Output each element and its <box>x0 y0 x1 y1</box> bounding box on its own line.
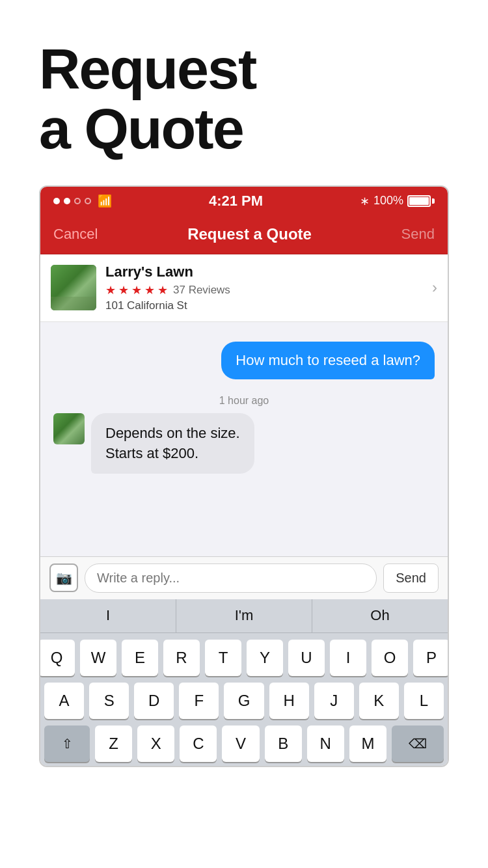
camera-button[interactable]: 📷 <box>49 563 78 592</box>
key-g[interactable]: G <box>224 683 264 719</box>
key-n[interactable]: N <box>307 726 344 762</box>
backspace-key[interactable]: ⌫ <box>392 726 444 762</box>
message-timestamp: 1 hour ago <box>53 395 435 407</box>
key-q[interactable]: Q <box>39 640 75 676</box>
star-1: ★ <box>105 283 116 297</box>
key-i[interactable]: I <box>330 640 366 676</box>
business-info: Larry's Lawn ★ ★ ★ ★ ★ 37 Reviews 101 Ca… <box>105 264 427 312</box>
bluetooth-icon: ∗ <box>360 194 370 208</box>
key-a[interactable]: A <box>44 683 84 719</box>
business-row[interactable]: Larry's Lawn ★ ★ ★ ★ ★ 37 Reviews 101 Ca… <box>40 254 448 322</box>
battery-percent: 100% <box>373 194 403 208</box>
reviews-count: 37 Reviews <box>173 284 230 297</box>
status-left: 📶 <box>53 194 112 208</box>
key-l[interactable]: L <box>404 683 444 719</box>
camera-icon: 📷 <box>56 570 72 586</box>
sent-message: How much to reseed a lawn? <box>53 342 435 379</box>
chat-area: How much to reseed a lawn? 1 hour ago De… <box>40 322 448 556</box>
status-bar: 📶 4:21 PM ∗ 100% <box>40 187 448 215</box>
key-m[interactable]: M <box>349 726 386 762</box>
key-b[interactable]: B <box>265 726 302 762</box>
star-3: ★ <box>131 283 142 297</box>
keyboard: I I'm Oh Q W E R T Y U I O P A S <box>40 599 448 766</box>
key-z[interactable]: Z <box>95 726 132 762</box>
phone-frame: 📶 4:21 PM ∗ 100% Cancel Request a Quote … <box>39 185 449 767</box>
battery-body <box>407 195 431 207</box>
battery-fill <box>409 197 429 205</box>
key-t[interactable]: T <box>205 640 241 676</box>
signal-dot-1 <box>53 198 60 204</box>
business-thumbnail <box>51 265 96 310</box>
key-s[interactable]: S <box>89 683 129 719</box>
key-k[interactable]: K <box>359 683 399 719</box>
status-right: ∗ 100% <box>360 194 435 208</box>
star-4: ★ <box>144 283 155 297</box>
signal-dot-2 <box>64 198 70 204</box>
keys-area: Q W E R T Y U I O P A S D F G H J K <box>40 633 448 766</box>
hero-title: Request a Quote <box>39 39 449 159</box>
key-x[interactable]: X <box>137 726 174 762</box>
avatar-grass <box>53 413 85 444</box>
received-bubble: Depends on the size.Starts at $200. <box>91 413 254 474</box>
suggestion-1[interactable]: I <box>40 599 176 632</box>
key-u[interactable]: U <box>288 640 325 676</box>
chevron-right-icon: › <box>432 278 437 297</box>
key-y[interactable]: Y <box>247 640 283 676</box>
key-j[interactable]: J <box>314 683 354 719</box>
key-f[interactable]: F <box>179 683 219 719</box>
battery-tip <box>432 198 435 204</box>
wifi-icon: 📶 <box>98 194 112 208</box>
suggestions-bar: I I'm Oh <box>40 599 448 633</box>
send-nav-button[interactable]: Send <box>401 226 435 243</box>
star-5-half: ★ <box>157 283 168 297</box>
shift-key[interactable]: ⇧ <box>44 726 90 762</box>
key-row-3: ⇧ Z X C V B N M ⌫ <box>44 726 444 762</box>
reply-input[interactable] <box>85 563 377 593</box>
cancel-button[interactable]: Cancel <box>53 226 98 243</box>
key-p[interactable]: P <box>413 640 449 676</box>
key-h[interactable]: H <box>269 683 309 719</box>
signal-dot-3 <box>74 198 81 204</box>
key-d[interactable]: D <box>134 683 174 719</box>
business-address: 101 California St <box>105 299 427 312</box>
signal-dot-4 <box>85 198 91 204</box>
nav-bar: Cancel Request a Quote Send <box>40 215 448 254</box>
business-name: Larry's Lawn <box>105 264 427 280</box>
battery-icon <box>407 195 435 207</box>
key-w[interactable]: W <box>80 640 116 676</box>
sent-bubble: How much to reseed a lawn? <box>221 342 435 379</box>
key-o[interactable]: O <box>372 640 408 676</box>
status-time: 4:21 PM <box>209 193 263 210</box>
key-c[interactable]: C <box>180 726 217 762</box>
hero-section: Request a Quote <box>0 0 488 185</box>
key-r[interactable]: R <box>163 640 200 676</box>
grass-stripe <box>51 297 96 310</box>
grass-image <box>51 265 96 310</box>
sender-avatar <box>53 413 85 444</box>
send-reply-button[interactable]: Send <box>383 563 439 593</box>
suggestion-3[interactable]: Oh <box>312 599 448 632</box>
nav-title: Request a Quote <box>187 225 312 243</box>
star-2: ★ <box>118 283 129 297</box>
suggestion-2[interactable]: I'm <box>176 599 312 632</box>
stars-row: ★ ★ ★ ★ ★ 37 Reviews <box>105 283 427 297</box>
key-v[interactable]: V <box>222 726 259 762</box>
key-row-2: A S D F G H J K L <box>44 683 444 719</box>
received-message: Depends on the size.Starts at $200. <box>53 413 435 474</box>
key-row-1: Q W E R T Y U I O P <box>44 640 444 676</box>
reply-bar: 📷 Send <box>40 556 448 599</box>
key-e[interactable]: E <box>122 640 158 676</box>
